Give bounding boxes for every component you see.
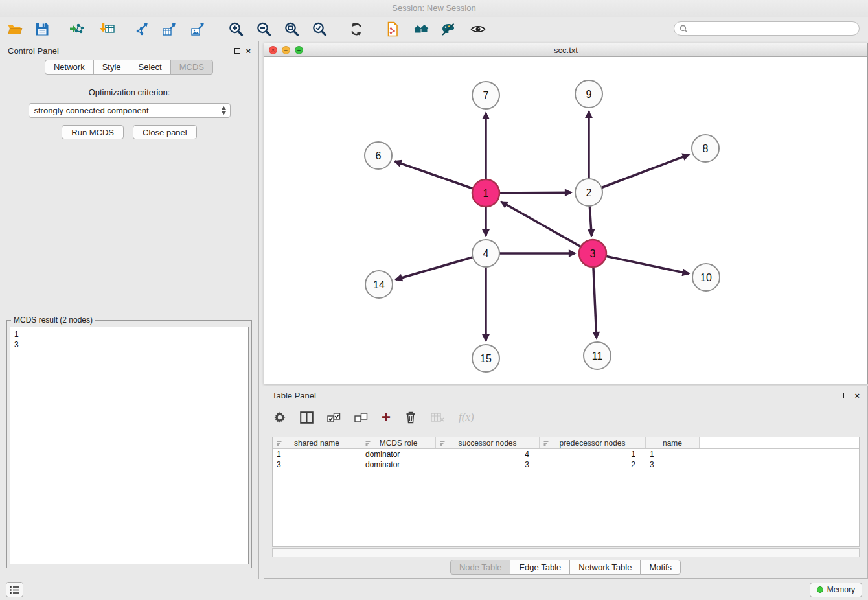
task-history-button[interactable] — [6, 582, 23, 597]
node-label-2: 2 — [586, 187, 592, 198]
export-image-icon[interactable] — [188, 19, 208, 39]
network-window-titlebar[interactable]: × − + scc.txt — [264, 43, 867, 57]
memory-label: Memory — [827, 585, 855, 594]
column-type-icon — [543, 440, 549, 446]
node-label-1: 1 — [483, 188, 489, 199]
style-palette-icon[interactable] — [439, 19, 458, 39]
zoom-fit-icon[interactable] — [282, 19, 301, 39]
edge-3-10[interactable] — [593, 253, 689, 273]
cell-shared-name[interactable]: 3 — [273, 460, 361, 469]
cell-successor-nodes[interactable]: 4 — [436, 450, 540, 459]
edge-1-6[interactable] — [394, 161, 486, 193]
tab-mcds[interactable]: MCDS — [170, 60, 213, 75]
column-header-mcds-role[interactable]: MCDS role — [361, 437, 436, 448]
table-horizontal-scrollbar[interactable] — [272, 548, 860, 557]
column-header-predecessor-nodes[interactable]: predecessor nodes — [540, 437, 646, 448]
edge-3-1[interactable] — [501, 202, 593, 253]
node-label-9: 9 — [586, 89, 592, 100]
tab-node-table[interactable]: Node Table — [450, 560, 511, 575]
cell-name[interactable]: 1 — [646, 450, 700, 459]
cell-predecessor-nodes[interactable]: 1 — [540, 450, 646, 459]
cell-name[interactable]: 3 — [646, 460, 700, 469]
open-session-icon[interactable] — [5, 19, 25, 39]
save-session-icon[interactable] — [32, 19, 52, 39]
deselect-all-checkboxes-icon[interactable] — [354, 412, 368, 423]
list-icon — [10, 586, 20, 594]
export-network-icon[interactable] — [132, 19, 152, 39]
add-column-plus-icon[interactable]: + — [382, 411, 391, 424]
float-table-panel-icon[interactable] — [843, 393, 849, 398]
export-table-icon[interactable] — [160, 19, 179, 39]
memory-status-icon — [817, 586, 823, 593]
splitter-grip[interactable] — [260, 301, 262, 315]
column-type-icon — [276, 440, 282, 446]
column-header-successor-nodes[interactable]: successor nodes — [436, 437, 540, 448]
minimize-window-icon[interactable]: − — [282, 46, 290, 54]
status-bar: Memory — [0, 579, 868, 600]
close-window-icon[interactable]: × — [269, 46, 277, 54]
memory-button[interactable]: Memory — [810, 583, 862, 597]
tab-edge-table[interactable]: Edge Table — [510, 560, 570, 575]
column-type-icon — [365, 440, 371, 446]
refresh-icon[interactable] — [347, 19, 366, 39]
edge-2-8[interactable] — [589, 155, 689, 192]
select-all-checkboxes-icon[interactable] — [327, 412, 341, 423]
network-canvas[interactable]: 7968124314101511 — [264, 58, 867, 384]
mcds-result-list[interactable]: 1 3 — [10, 327, 249, 564]
import-table-icon[interactable] — [98, 19, 117, 39]
cell-predecessor-nodes[interactable]: 2 — [540, 460, 646, 469]
home-views-icon[interactable] — [411, 19, 431, 39]
optimization-criterion-select[interactable]: strongly connected component — [29, 103, 231, 118]
close-panel-icon[interactable]: × — [246, 47, 251, 55]
tab-network[interactable]: Network — [45, 60, 94, 75]
search-field[interactable] — [674, 21, 860, 36]
selected-option: strongly connected component — [34, 106, 221, 115]
tab-style[interactable]: Style — [93, 60, 130, 75]
network-window-title: scc.txt — [554, 45, 578, 55]
node-label-8: 8 — [703, 143, 709, 154]
import-network-icon[interactable] — [67, 19, 87, 39]
search-input[interactable] — [691, 23, 854, 34]
select-stepper-icon — [221, 106, 227, 115]
zoom-in-icon[interactable] — [226, 19, 246, 39]
column-layout-icon[interactable] — [300, 411, 314, 424]
zoom-out-icon[interactable] — [254, 19, 273, 39]
document-network-icon[interactable] — [383, 19, 402, 39]
delete-trash-icon[interactable] — [404, 411, 417, 424]
column-header-filler — [700, 437, 859, 448]
table-row[interactable]: 3 dominator 3 2 3 — [273, 459, 859, 470]
control-panel-tabs: Network Style Select MCDS — [0, 60, 258, 75]
control-panel-title: Control Panel — [8, 46, 59, 56]
mcds-tab-content: Optimization criterion: strongly connect… — [0, 75, 258, 139]
delete-column-disabled-icon — [431, 412, 445, 423]
column-header-name[interactable]: name — [646, 437, 700, 448]
table-tabs: Node Table Edge Table Network Table Moti… — [264, 560, 867, 575]
cell-shared-name[interactable]: 1 — [273, 450, 361, 459]
panel-splitter[interactable] — [259, 41, 264, 579]
settings-gear-icon[interactable] — [273, 411, 286, 424]
window-titlebar[interactable]: Session: New Session — [0, 0, 868, 17]
show-hide-eye-icon[interactable] — [468, 19, 488, 39]
zoom-selected-icon[interactable] — [310, 19, 329, 39]
search-icon — [680, 25, 688, 33]
table-panel-title: Table Panel — [272, 391, 316, 400]
float-panel-icon[interactable] — [234, 48, 240, 54]
function-builder-icon: f(x) — [459, 411, 474, 424]
node-label-14: 14 — [373, 279, 385, 290]
tab-select[interactable]: Select — [130, 60, 171, 75]
table-row[interactable]: 1 dominator 4 1 1 — [273, 449, 859, 459]
close-panel-button[interactable]: Close panel — [133, 125, 197, 139]
tab-network-table[interactable]: Network Table — [569, 560, 641, 575]
table-panel-header: Table Panel × — [264, 386, 867, 404]
tab-motifs[interactable]: Motifs — [640, 560, 681, 575]
cell-successor-nodes[interactable]: 3 — [436, 460, 540, 469]
cell-mcds-role[interactable]: dominator — [361, 460, 436, 469]
table-header-row: shared name MCDS role successor nodes pr… — [273, 437, 859, 449]
column-header-shared-name[interactable]: shared name — [273, 437, 361, 448]
table-toolbar: + f(x) — [264, 404, 867, 430]
run-mcds-button[interactable]: Run MCDS — [62, 125, 124, 139]
network-graph[interactable]: 7968124314101511 — [264, 58, 867, 384]
maximize-window-icon[interactable]: + — [295, 46, 303, 54]
cell-mcds-role[interactable]: dominator — [361, 450, 436, 459]
close-table-panel-icon[interactable]: × — [854, 391, 860, 400]
